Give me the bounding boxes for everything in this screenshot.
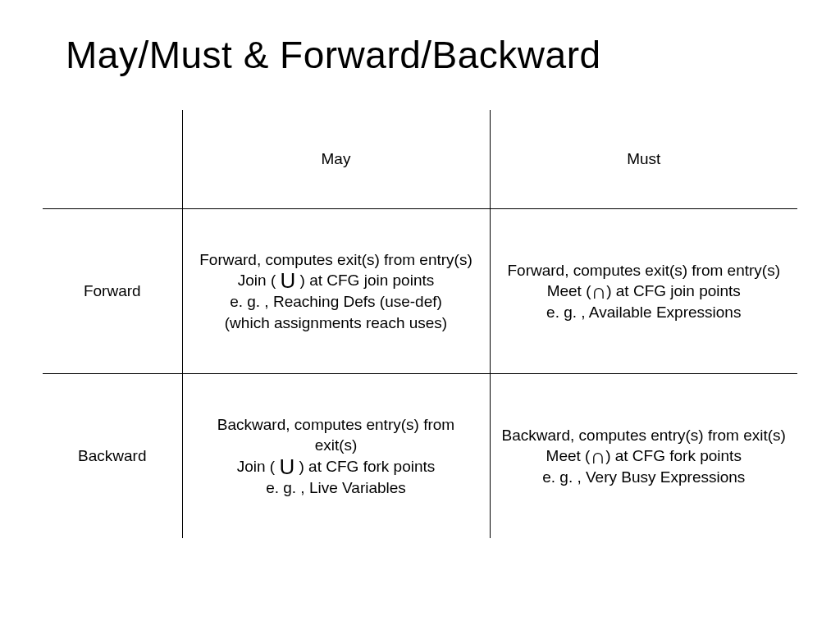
forward-row: Forward Forward, computes exit(s) from e… [43, 209, 797, 374]
text-fragment: ) at CFG fork points [605, 447, 742, 464]
cell-content: Forward, computes exit(s) from entry(s) … [491, 252, 798, 331]
header-row: May Must [43, 110, 797, 209]
cell-line: Forward, computes exit(s) from entry(s) [194, 249, 478, 271]
slide: May/Must & Forward/Backward May Must For… [0, 0, 840, 630]
row-label: Backward [78, 447, 146, 464]
text-fragment: Meet ( [546, 447, 591, 464]
cell-line: e. g. , Available Expressions [502, 302, 787, 323]
backward-row: Backward Backward, computes entry(s) fro… [43, 374, 797, 539]
row-label: Forward [84, 282, 141, 299]
cell-line: e. g. , Live Variables [194, 477, 478, 499]
cell-line: Meet (∩) at CFG join points [502, 281, 787, 302]
text-fragment: ) at CFG fork points [294, 458, 435, 475]
cell-line: Join ( U ) at CFG join points [194, 270, 478, 291]
cell-line: Meet (∩) at CFG fork points [502, 445, 787, 467]
cell-line: (which assignments reach uses) [194, 313, 478, 334]
slide-title: May/Must & Forward/Backward [66, 33, 807, 77]
cell-line: e. g. , Reaching Defs (use-def) [194, 291, 478, 313]
cell-line: Join ( U ) at CFG fork points [194, 456, 478, 477]
col-header-may: May [182, 110, 490, 209]
cell-line: Backward, computes entry(s) from exit(s) [194, 414, 478, 456]
cell-backward-may: Backward, computes entry(s) from exit(s)… [182, 374, 490, 539]
col-header-must: Must [490, 110, 797, 209]
cell-content: Forward, computes exit(s) from entry(s) … [183, 241, 490, 342]
cell-forward-must: Forward, computes exit(s) from entry(s) … [490, 209, 797, 374]
cell-line: Forward, computes exit(s) from entry(s) [502, 260, 787, 281]
col-label: May [322, 150, 351, 167]
cell-content: Backward, computes entry(s) from exit(s)… [183, 406, 490, 507]
analysis-table: May Must Forward Forward, computes exit(… [43, 110, 797, 538]
row-header-backward: Backward [43, 374, 182, 539]
row-header-forward: Forward [43, 209, 182, 374]
cell-forward-may: Forward, computes exit(s) from entry(s) … [182, 209, 490, 374]
text-fragment: ) at CFG join points [606, 282, 741, 299]
text-fragment: Join ( [237, 458, 280, 475]
text-fragment: ) at CFG join points [295, 272, 434, 289]
cell-content: Backward, computes entry(s) from exit(s)… [491, 417, 798, 496]
col-label: Must [627, 150, 660, 167]
corner-cell [43, 110, 182, 209]
text-fragment: Join ( [238, 272, 281, 289]
cell-backward-must: Backward, computes entry(s) from exit(s)… [490, 374, 797, 539]
cell-line: Backward, computes entry(s) from exit(s) [502, 425, 787, 446]
text-fragment: Meet ( [547, 282, 591, 299]
cell-line: e. g. , Very Busy Expressions [502, 467, 787, 488]
